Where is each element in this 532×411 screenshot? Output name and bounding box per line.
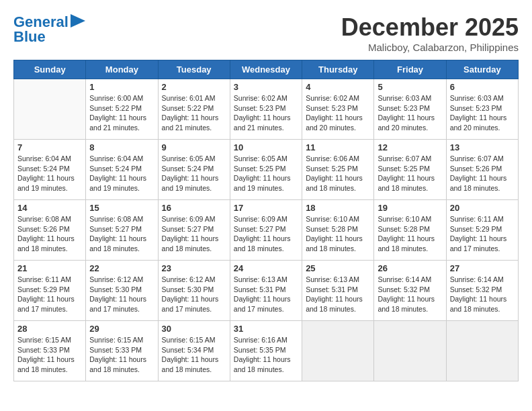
cell-content: Sunrise: 6:14 AMSunset: 5:32 PMDaylight:… (450, 275, 515, 314)
cell-content: Sunrise: 6:16 AMSunset: 5:35 PMDaylight:… (234, 335, 298, 375)
logo-arrow-icon (71, 14, 85, 28)
cell-content: Sunrise: 6:03 AMSunset: 5:23 PMDaylight:… (378, 93, 442, 133)
calendar-cell: 16Sunrise: 6:09 AMSunset: 5:27 PMDayligh… (158, 200, 230, 261)
day-number: 11 (306, 142, 370, 152)
day-number: 12 (378, 142, 442, 152)
cell-content: Sunrise: 6:07 AMSunset: 5:25 PMDaylight:… (378, 154, 442, 193)
calendar-cell: 6Sunrise: 6:03 AMSunset: 5:23 PMDaylight… (446, 79, 518, 140)
cell-content: Sunrise: 6:00 AMSunset: 5:22 PMDaylight:… (89, 93, 154, 133)
calendar-cell: 7Sunrise: 6:04 AMSunset: 5:24 PMDaylight… (14, 140, 86, 200)
cell-content: Sunrise: 6:13 AMSunset: 5:31 PMDaylight:… (306, 275, 370, 314)
calendar-cell: 25Sunrise: 6:13 AMSunset: 5:31 PMDayligh… (302, 261, 374, 321)
cell-content: Sunrise: 6:15 AMSunset: 5:33 PMDaylight:… (17, 335, 82, 375)
day-number: 2 (162, 82, 226, 92)
logo: General Blue (13, 13, 85, 46)
calendar-cell: 3Sunrise: 6:02 AMSunset: 5:23 PMDaylight… (230, 79, 302, 140)
cell-content: Sunrise: 6:10 AMSunset: 5:28 PMDaylight:… (306, 214, 370, 254)
day-number: 5 (378, 82, 442, 92)
day-number: 14 (17, 203, 82, 213)
day-number: 8 (89, 142, 154, 152)
day-number: 30 (162, 324, 226, 334)
calendar-cell: 2Sunrise: 6:01 AMSunset: 5:22 PMDaylight… (158, 79, 230, 140)
cell-content: Sunrise: 6:09 AMSunset: 5:27 PMDaylight:… (234, 214, 298, 254)
calendar-cell: 11Sunrise: 6:06 AMSunset: 5:25 PMDayligh… (302, 140, 374, 200)
calendar-cell (374, 321, 446, 381)
month-title: December 2025 (341, 13, 519, 42)
calendar-cell: 12Sunrise: 6:07 AMSunset: 5:25 PMDayligh… (374, 140, 446, 200)
day-number: 21 (17, 263, 82, 273)
calendar-table: Sunday Monday Tuesday Wednesday Thursday… (13, 60, 519, 381)
calendar-cell (446, 321, 518, 381)
calendar-cell: 26Sunrise: 6:14 AMSunset: 5:32 PMDayligh… (374, 261, 446, 321)
header-monday: Monday (86, 60, 158, 79)
calendar-cell: 1Sunrise: 6:00 AMSunset: 5:22 PMDaylight… (86, 79, 158, 140)
calendar-cell: 21Sunrise: 6:11 AMSunset: 5:29 PMDayligh… (14, 261, 86, 321)
calendar-cell: 28Sunrise: 6:15 AMSunset: 5:33 PMDayligh… (14, 321, 86, 381)
header-friday: Friday (374, 60, 446, 79)
cell-content: Sunrise: 6:12 AMSunset: 5:30 PMDaylight:… (89, 275, 154, 314)
cell-content: Sunrise: 6:14 AMSunset: 5:32 PMDaylight:… (378, 275, 442, 314)
calendar-cell: 19Sunrise: 6:10 AMSunset: 5:28 PMDayligh… (374, 200, 446, 261)
cell-content: Sunrise: 6:02 AMSunset: 5:23 PMDaylight:… (306, 93, 370, 133)
day-number: 23 (162, 263, 226, 273)
header-thursday: Thursday (302, 60, 374, 79)
calendar-cell: 14Sunrise: 6:08 AMSunset: 5:26 PMDayligh… (14, 200, 86, 261)
calendar-cell: 5Sunrise: 6:03 AMSunset: 5:23 PMDaylight… (374, 79, 446, 140)
calendar-cell: 31Sunrise: 6:16 AMSunset: 5:35 PMDayligh… (230, 321, 302, 381)
day-number: 10 (234, 142, 298, 152)
calendar-week-row: 7Sunrise: 6:04 AMSunset: 5:24 PMDaylight… (14, 140, 519, 200)
day-number: 16 (162, 203, 226, 213)
calendar-cell: 23Sunrise: 6:12 AMSunset: 5:30 PMDayligh… (158, 261, 230, 321)
cell-content: Sunrise: 6:01 AMSunset: 5:22 PMDaylight:… (162, 93, 226, 133)
calendar-week-row: 14Sunrise: 6:08 AMSunset: 5:26 PMDayligh… (14, 200, 519, 261)
cell-content: Sunrise: 6:04 AMSunset: 5:24 PMDaylight:… (89, 154, 154, 193)
calendar-cell: 30Sunrise: 6:15 AMSunset: 5:34 PMDayligh… (158, 321, 230, 381)
calendar-cell: 8Sunrise: 6:04 AMSunset: 5:24 PMDaylight… (86, 140, 158, 200)
header-saturday: Saturday (446, 60, 518, 79)
day-number: 19 (378, 203, 442, 213)
header-wednesday: Wednesday (230, 60, 302, 79)
calendar-cell: 20Sunrise: 6:11 AMSunset: 5:29 PMDayligh… (446, 200, 518, 261)
calendar-week-row: 21Sunrise: 6:11 AMSunset: 5:29 PMDayligh… (14, 261, 519, 321)
calendar-cell (302, 321, 374, 381)
calendar-week-row: 1Sunrise: 6:00 AMSunset: 5:22 PMDaylight… (14, 79, 519, 140)
cell-content: Sunrise: 6:03 AMSunset: 5:23 PMDaylight:… (450, 93, 515, 133)
header-tuesday: Tuesday (158, 60, 230, 79)
day-number: 27 (450, 263, 515, 273)
calendar-cell: 10Sunrise: 6:05 AMSunset: 5:25 PMDayligh… (230, 140, 302, 200)
calendar-cell: 17Sunrise: 6:09 AMSunset: 5:27 PMDayligh… (230, 200, 302, 261)
day-number: 3 (234, 82, 298, 92)
day-number: 15 (89, 203, 154, 213)
calendar-cell: 24Sunrise: 6:13 AMSunset: 5:31 PMDayligh… (230, 261, 302, 321)
header-sunday: Sunday (14, 60, 86, 79)
cell-content: Sunrise: 6:02 AMSunset: 5:23 PMDaylight:… (234, 93, 298, 133)
day-number: 1 (89, 82, 154, 92)
day-number: 9 (162, 142, 226, 152)
cell-content: Sunrise: 6:04 AMSunset: 5:24 PMDaylight:… (17, 154, 82, 193)
day-number: 7 (17, 142, 82, 152)
calendar-cell: 13Sunrise: 6:07 AMSunset: 5:26 PMDayligh… (446, 140, 518, 200)
page-header: General Blue December 2025 Malicboy, Cal… (13, 13, 519, 53)
day-number: 17 (234, 203, 298, 213)
calendar-cell: 15Sunrise: 6:08 AMSunset: 5:27 PMDayligh… (86, 200, 158, 261)
location-title: Malicboy, Calabarzon, Philippines (341, 42, 519, 53)
cell-content: Sunrise: 6:11 AMSunset: 5:29 PMDaylight:… (17, 275, 82, 314)
cell-content: Sunrise: 6:08 AMSunset: 5:27 PMDaylight:… (89, 214, 154, 254)
cell-content: Sunrise: 6:05 AMSunset: 5:24 PMDaylight:… (162, 154, 226, 193)
calendar-cell (14, 79, 86, 140)
cell-content: Sunrise: 6:11 AMSunset: 5:29 PMDaylight:… (450, 214, 515, 254)
cell-content: Sunrise: 6:07 AMSunset: 5:26 PMDaylight:… (450, 154, 515, 193)
svg-marker-0 (71, 14, 85, 28)
day-number: 29 (89, 324, 154, 334)
cell-content: Sunrise: 6:08 AMSunset: 5:26 PMDaylight:… (17, 214, 82, 254)
calendar-cell: 4Sunrise: 6:02 AMSunset: 5:23 PMDaylight… (302, 79, 374, 140)
cell-content: Sunrise: 6:15 AMSunset: 5:33 PMDaylight:… (89, 335, 154, 375)
calendar-cell: 9Sunrise: 6:05 AMSunset: 5:24 PMDaylight… (158, 140, 230, 200)
cell-content: Sunrise: 6:13 AMSunset: 5:31 PMDaylight:… (234, 275, 298, 314)
calendar-week-row: 28Sunrise: 6:15 AMSunset: 5:33 PMDayligh… (14, 321, 519, 381)
cell-content: Sunrise: 6:15 AMSunset: 5:34 PMDaylight:… (162, 335, 226, 375)
calendar-header-row: Sunday Monday Tuesday Wednesday Thursday… (14, 60, 519, 79)
day-number: 31 (234, 324, 298, 334)
day-number: 13 (450, 142, 515, 152)
day-number: 20 (450, 203, 515, 213)
